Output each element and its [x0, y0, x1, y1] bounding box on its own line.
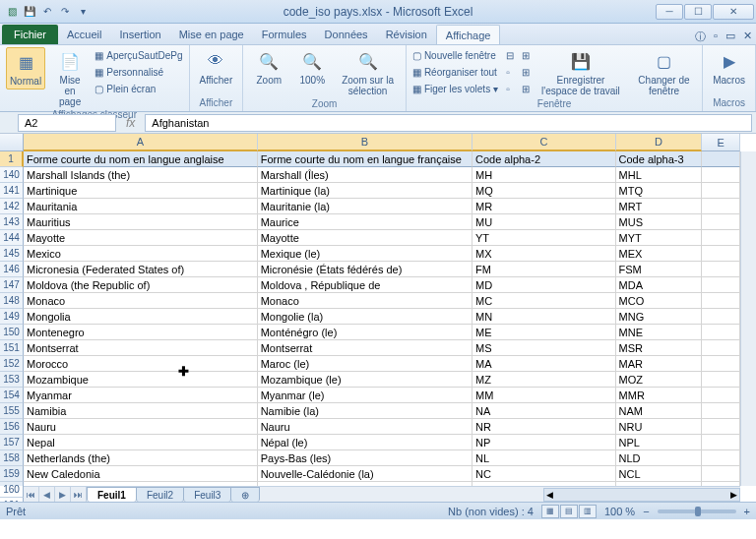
data-cell[interactable]: MA: [472, 356, 616, 372]
unhide-button[interactable]: ▫: [506, 81, 514, 96]
data-cell[interactable]: Netherlands (the): [24, 450, 258, 466]
zoom-slider[interactable]: [658, 509, 736, 513]
data-cell[interactable]: [702, 388, 740, 403]
sheet-tab-1[interactable]: Feuil1: [87, 487, 137, 502]
row-header[interactable]: 145: [0, 246, 24, 262]
data-cell[interactable]: MDA: [616, 277, 702, 293]
freeze-panes-button[interactable]: ▦ Figer les volets ▾: [412, 81, 498, 96]
data-cell[interactable]: MCO: [616, 293, 702, 309]
row-header[interactable]: 149: [0, 309, 24, 325]
data-cell[interactable]: Montserrat: [24, 340, 258, 356]
data-cell[interactable]: Monaco: [258, 293, 472, 309]
minimize-button[interactable]: ─: [656, 4, 683, 20]
header-cell[interactable]: [702, 151, 740, 167]
data-cell[interactable]: [702, 340, 740, 356]
data-cell[interactable]: MNG: [616, 309, 702, 325]
restore-icon[interactable]: ▭: [725, 30, 735, 44]
data-cell[interactable]: MZ: [472, 372, 616, 388]
split-button[interactable]: ⊟: [506, 47, 514, 63]
formula-input[interactable]: Afghanistan: [145, 114, 752, 132]
data-cell[interactable]: MRT: [616, 199, 702, 214]
custom-views-button[interactable]: ▦ Personnalisé: [94, 64, 182, 80]
data-cell[interactable]: Mongolie (la): [258, 309, 472, 325]
data-cell[interactable]: [702, 230, 740, 246]
data-cell[interactable]: [702, 199, 740, 214]
data-cell[interactable]: MM: [472, 388, 616, 403]
data-cell[interactable]: [702, 277, 740, 293]
data-cell[interactable]: NC: [472, 466, 616, 482]
full-screen-button[interactable]: ▢ Plein écran: [94, 81, 182, 96]
data-cell[interactable]: NRU: [616, 419, 702, 435]
row-header[interactable]: 154: [0, 388, 24, 403]
data-cell[interactable]: Mozambique: [24, 372, 258, 388]
row-header[interactable]: 155: [0, 403, 24, 419]
data-cell[interactable]: NR: [472, 419, 616, 435]
zoom-level[interactable]: 100 %: [604, 506, 635, 517]
row-header[interactable]: 161: [0, 498, 24, 502]
data-cell[interactable]: [702, 435, 740, 450]
data-cell[interactable]: NA: [472, 403, 616, 419]
data-cell[interactable]: Moldova , République de: [258, 277, 472, 293]
data-cell[interactable]: Mauritania: [24, 199, 258, 214]
data-cell[interactable]: MYT: [616, 230, 702, 246]
data-cell[interactable]: [702, 183, 740, 199]
sheet-tab-2[interactable]: Feuil2: [136, 487, 184, 502]
data-cell[interactable]: Mauritius: [24, 214, 258, 230]
row-header[interactable]: 160: [0, 482, 24, 498]
data-cell[interactable]: MSR: [616, 340, 702, 356]
column-header-B[interactable]: B: [258, 134, 472, 151]
data-cell[interactable]: [702, 325, 740, 340]
undo-icon[interactable]: ↶: [39, 4, 55, 20]
new-sheet-button[interactable]: ⊕: [230, 487, 260, 502]
row-header[interactable]: 151: [0, 340, 24, 356]
data-cell[interactable]: [702, 246, 740, 262]
row-header[interactable]: 141: [0, 183, 24, 199]
data-cell[interactable]: MAR: [616, 356, 702, 372]
data-cell[interactable]: MQ: [472, 183, 616, 199]
column-header-C[interactable]: C: [472, 134, 616, 151]
data-cell[interactable]: Mauritanie (la): [258, 199, 472, 214]
cells-area[interactable]: Forme courte du nom en langue anglaiseFo…: [24, 151, 740, 486]
data-cell[interactable]: Myanmar (le): [258, 388, 472, 403]
macros-button[interactable]: ▶ Macros: [709, 47, 749, 88]
data-cell[interactable]: NLD: [616, 450, 702, 466]
data-cell[interactable]: MEX: [616, 246, 702, 262]
data-cell[interactable]: NCL: [616, 466, 702, 482]
row-header[interactable]: 153: [0, 372, 24, 388]
zoom-out-button[interactable]: −: [643, 506, 649, 517]
data-cell[interactable]: [702, 466, 740, 482]
data-cell[interactable]: NPL: [616, 435, 702, 450]
column-header-D[interactable]: D: [616, 134, 702, 151]
row-header[interactable]: 152: [0, 356, 24, 372]
data-cell[interactable]: Népal (le): [258, 435, 472, 450]
page-layout-button[interactable]: 📄 Mise en page: [49, 47, 91, 109]
data-cell[interactable]: [702, 167, 740, 183]
data-cell[interactable]: Namibia: [24, 403, 258, 419]
switch-windows-button[interactable]: ▢ Changer de fenêtre: [632, 47, 696, 98]
data-cell[interactable]: NAM: [616, 403, 702, 419]
data-cell[interactable]: Nepal: [24, 435, 258, 450]
data-cell[interactable]: Mongolia: [24, 309, 258, 325]
tab-accueil[interactable]: Accueil: [58, 25, 110, 44]
data-cell[interactable]: Mexique (le): [258, 246, 472, 262]
data-cell[interactable]: [702, 356, 740, 372]
minimize-ribbon-icon[interactable]: ▫: [714, 30, 718, 44]
data-cell[interactable]: ME: [472, 325, 616, 340]
help-icon[interactable]: ⓘ: [695, 30, 706, 44]
header-cell[interactable]: Code alpha-3: [616, 151, 702, 167]
data-cell[interactable]: [702, 403, 740, 419]
data-cell[interactable]: NL: [472, 450, 616, 466]
data-cell[interactable]: [702, 293, 740, 309]
data-cell[interactable]: MMR: [616, 388, 702, 403]
data-cell[interactable]: MU: [472, 214, 616, 230]
row-header[interactable]: 158: [0, 450, 24, 466]
data-cell[interactable]: MH: [472, 167, 616, 183]
close-button[interactable]: ✕: [713, 4, 754, 20]
data-cell[interactable]: MNE: [616, 325, 702, 340]
data-cell[interactable]: [702, 450, 740, 466]
data-cell[interactable]: MN: [472, 309, 616, 325]
data-cell[interactable]: YT: [472, 230, 616, 246]
column-header-E[interactable]: E: [702, 134, 740, 151]
data-cell[interactable]: Nauru: [24, 419, 258, 435]
arrange-all-button[interactable]: ▦ Réorganiser tout: [412, 64, 498, 80]
